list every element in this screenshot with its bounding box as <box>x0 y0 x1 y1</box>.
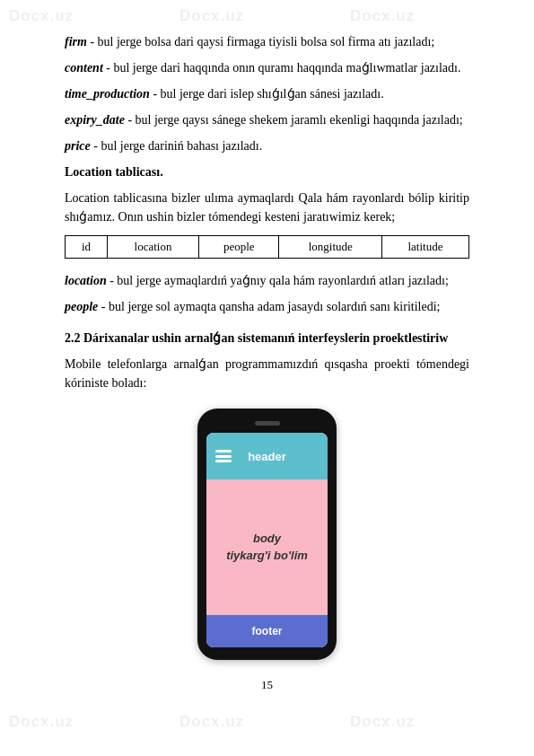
section-22-desc: Mobile telefonlarga arnalǵan programmamı… <box>65 355 469 392</box>
watermark: Docx.uz <box>9 7 74 25</box>
page: Docx.uz Docx.uz Docx.uz Docx.uz Docx.uz … <box>0 0 534 756</box>
phone-screen: header bodytiykarg'i bo'lim footer <box>206 433 328 647</box>
body-subtext: tiykarg'i bo'lim <box>226 549 308 562</box>
firm-label: firm <box>65 35 87 48</box>
table-header-longitude: longitude <box>279 236 382 259</box>
location-title: Location tablicası. <box>65 165 163 179</box>
phone-footer-label: footer <box>252 625 283 637</box>
people-note-text: - bul jerge sol aymaqta qansha adam jasa… <box>98 300 440 313</box>
time-production-label: time_production <box>65 87 150 101</box>
phone-body: bodytiykarg'i bo'lim <box>206 479 328 615</box>
expiry-date-text: - bul jerge qaysı sánege shekem jaramlı … <box>125 113 463 127</box>
content-paragraph: content - bul jerge dari haqqında onın q… <box>65 58 469 77</box>
price-label: price <box>65 139 91 153</box>
location-note-paragraph: location - bul jerge aymaqlardıń yaǵnıy … <box>65 271 469 290</box>
phone-body-label: bodytiykarg'i bo'lim <box>226 531 308 563</box>
location-section-desc: Location tablicasına bizler ulıma aymaql… <box>65 189 469 226</box>
watermark: Docx.uz <box>9 713 74 731</box>
watermark: Docx.uz <box>179 7 244 25</box>
location-section-heading: Location tablicası. <box>65 163 469 181</box>
hamburger-icon <box>215 450 232 462</box>
page-number: 15 <box>65 678 469 692</box>
expiry-date-paragraph: expiry_date - bul jerge qaysı sánege she… <box>65 110 469 129</box>
phone-mockup-container: header bodytiykarg'i bo'lim footer <box>65 409 469 660</box>
price-text: - bul jerge dariniń bahası jazıladı. <box>91 139 262 153</box>
phone-header-label: header <box>248 450 286 463</box>
location-note-text: - bul jerge aymaqlardıń yaǵnıy qala hám … <box>107 274 449 287</box>
phone-mockup: header bodytiykarg'i bo'lim footer <box>197 409 337 660</box>
phone-footer: footer <box>206 615 328 647</box>
watermark: Docx.uz <box>350 7 415 25</box>
phone-speaker <box>255 421 280 426</box>
location-note-label: location <box>65 274 107 287</box>
firm-paragraph: firm - bul jerge bolsa dari qaysi firmag… <box>65 32 469 51</box>
firm-text: - bul jerge bolsa dari qaysi firmaga tiy… <box>87 35 434 48</box>
watermark: Docx.uz <box>350 713 415 731</box>
table-header-id: id <box>66 236 108 259</box>
people-note-label: people <box>65 300 98 313</box>
main-content: firm - bul jerge bolsa dari qaysi firmag… <box>65 32 469 692</box>
table-header-location: location <box>107 236 198 259</box>
expiry-date-label: expiry_date <box>65 113 125 127</box>
price-paragraph: price - bul jerge dariniń bahası jazılad… <box>65 136 469 155</box>
table-header-latitude: latitude <box>381 236 468 259</box>
location-table: id location people longitude latitude <box>65 235 469 259</box>
phone-header: header <box>206 433 328 479</box>
section-22-heading: 2.2 Dárixanalar ushin arnalǵan sistemanı… <box>65 329 469 347</box>
people-note-paragraph: people - bul jerge sol aymaqta qansha ad… <box>65 297 469 316</box>
time-production-paragraph: time_production - bul jerge dari islep s… <box>65 84 469 103</box>
table-header-people: people <box>198 236 278 259</box>
body-text-bold-italic: bodytiykarg'i bo'lim <box>226 532 308 561</box>
table-header-row: id location people longitude latitude <box>66 236 469 259</box>
content-label: content <box>65 61 103 75</box>
content-text: - bul jerge dari haqqında onın quramı ha… <box>103 61 461 75</box>
watermark: Docx.uz <box>179 713 244 731</box>
time-production-text: - bul jerge dari islep shıǵılǵan sánesi … <box>150 87 384 101</box>
